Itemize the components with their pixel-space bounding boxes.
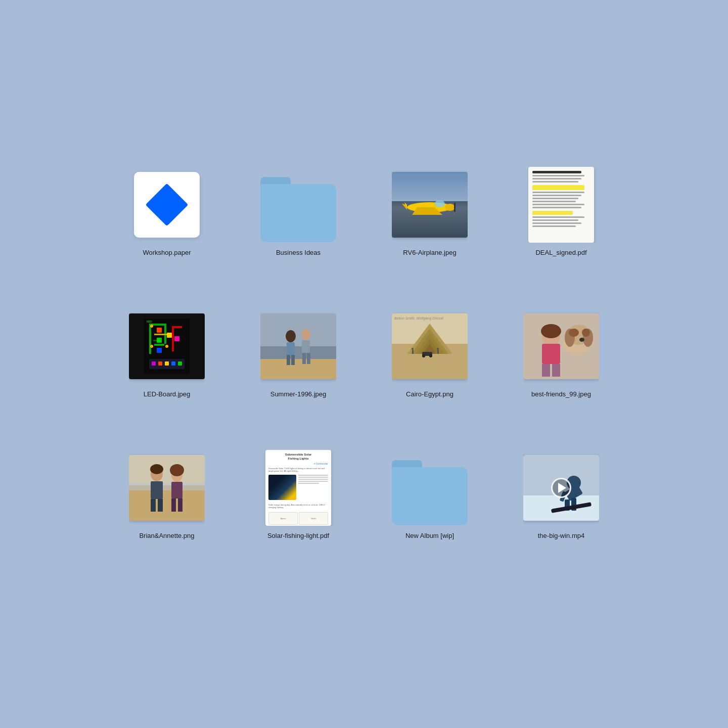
svg-rect-17	[157, 348, 162, 353]
file-thumbnail-deal	[523, 167, 599, 243]
pdf-deal	[528, 167, 594, 243]
file-label-led: LED-Board.jpeg	[144, 390, 191, 399]
file-label-bestfriends: best-friends_99.jpeg	[531, 390, 591, 399]
svg-point-54	[422, 354, 425, 357]
file-item-big-win[interactable]: the-big-win.mp4	[516, 450, 607, 561]
svg-rect-5	[454, 203, 456, 212]
svg-rect-19	[174, 336, 179, 341]
file-item-workshop[interactable]: Workshop.paper	[121, 167, 212, 278]
svg-rect-39	[302, 340, 310, 353]
svg-point-24	[165, 345, 168, 348]
svg-rect-72	[129, 455, 205, 485]
file-label-solar: Solar-fishing-light.pdf	[267, 532, 329, 540]
svg-rect-26	[152, 361, 156, 366]
svg-rect-37	[291, 355, 295, 365]
file-item-brian[interactable]: Brian&Annette.png	[121, 450, 212, 561]
file-thumbnail-led: NED GREEN	[129, 308, 205, 384]
file-item-cairo[interactable]: Belton Smith, Wolfgang Densel Cairo-Egyp…	[384, 308, 475, 420]
svg-point-23	[150, 345, 153, 348]
svg-rect-59	[542, 344, 560, 364]
svg-rect-30	[178, 361, 182, 366]
svg-rect-76	[151, 481, 163, 499]
file-label-big-win: the-big-win.mp4	[538, 532, 585, 540]
file-thumbnail-bestfriends	[523, 308, 599, 384]
svg-point-34	[286, 330, 296, 342]
svg-rect-81	[171, 482, 183, 498]
svg-point-38	[301, 329, 310, 340]
image-summer	[260, 313, 336, 379]
svg-rect-36	[287, 355, 290, 365]
svg-text:GREEN: GREEN	[153, 339, 160, 342]
svg-rect-78	[158, 499, 163, 512]
file-item-new-album[interactable]: New Album [wip]	[384, 450, 475, 561]
image-brian	[129, 455, 205, 521]
file-item-solar[interactable]: Submersible SolarFishing Lights ☀ Somaso…	[253, 450, 344, 561]
svg-rect-61	[552, 364, 560, 377]
image-big-win	[523, 455, 599, 521]
file-grid: Workshop.paper Business Ideas	[101, 147, 627, 581]
file-label-workshop: Workshop.paper	[143, 249, 191, 257]
svg-point-6	[435, 200, 445, 207]
folder-icon-new-album	[392, 460, 468, 526]
svg-rect-11	[154, 344, 164, 346]
image-cairo: Belton Smith, Wolfgang Densel	[392, 313, 468, 379]
svg-text:Belton Smith, Wolfgang Densel: Belton Smith, Wolfgang Densel	[394, 316, 443, 321]
video-play-button[interactable]	[551, 478, 571, 498]
svg-rect-41	[307, 353, 310, 364]
svg-rect-28	[165, 361, 169, 366]
svg-point-79	[150, 464, 163, 474]
image-rv6	[392, 172, 468, 238]
svg-rect-77	[151, 499, 156, 512]
file-item-rv6[interactable]: RV6-Airplane.jpeg	[384, 167, 475, 278]
file-item-led[interactable]: NED GREEN LE	[121, 308, 212, 420]
file-thumbnail-summer	[260, 308, 336, 384]
file-label-brian: Brian&Annette.png	[139, 532, 194, 540]
file-thumbnail-brian	[129, 450, 205, 526]
svg-rect-29	[171, 361, 175, 366]
svg-rect-82	[171, 498, 176, 512]
svg-point-71	[582, 329, 590, 337]
svg-point-4	[445, 204, 455, 211]
file-label-deal: DEAL_signed.pdf	[535, 249, 586, 257]
image-led: NED GREEN	[129, 313, 205, 379]
svg-rect-33	[260, 359, 336, 379]
svg-rect-15	[157, 328, 162, 333]
file-label-business-ideas: Business Ideas	[276, 249, 321, 257]
svg-rect-49	[412, 350, 414, 354]
file-thumbnail-big-win	[523, 450, 599, 526]
file-item-bestfriends[interactable]: best-friends_99.jpeg	[516, 308, 607, 420]
file-item-business-ideas[interactable]: Business Ideas	[253, 167, 344, 278]
svg-rect-35	[287, 342, 295, 355]
file-thumbnail-new-album	[392, 450, 468, 526]
file-thumbnail-solar: Submersible SolarFishing Lights ☀ Somaso…	[260, 450, 336, 526]
dropbox-icon	[146, 184, 189, 226]
file-thumbnail-workshop	[129, 167, 205, 243]
svg-rect-60	[542, 364, 550, 377]
svg-point-52	[437, 348, 439, 350]
svg-rect-74	[129, 483, 205, 490]
svg-point-50	[412, 348, 414, 350]
svg-rect-27	[158, 361, 162, 366]
svg-rect-18	[167, 333, 172, 338]
file-thumbnail-rv6	[392, 167, 468, 243]
file-item-summer[interactable]: Summer-1996.jpeg	[253, 308, 344, 420]
pdf-solar: Submersible SolarFishing Lights ☀ Somaso…	[265, 450, 331, 526]
svg-rect-13	[172, 326, 182, 328]
file-item-deal[interactable]: DEAL_signed.pdf	[516, 167, 607, 278]
svg-point-62	[541, 324, 561, 338]
svg-point-67	[579, 338, 584, 342]
image-bestfriends	[523, 313, 599, 379]
svg-point-84	[170, 464, 184, 476]
file-thumbnail-cairo: Belton Smith, Wolfgang Densel	[392, 308, 468, 384]
file-thumbnail-business-ideas	[260, 167, 336, 243]
svg-rect-83	[178, 498, 183, 512]
file-label-new-album: New Album [wip]	[405, 532, 454, 540]
desktop: Workshop.paper Business Ideas	[0, 0, 728, 728]
file-label-summer: Summer-1996.jpeg	[270, 390, 327, 399]
folder-icon-business-ideas	[260, 177, 336, 243]
svg-rect-12	[172, 326, 174, 351]
svg-rect-40	[302, 353, 306, 364]
svg-rect-51	[437, 350, 439, 354]
svg-point-22	[150, 325, 153, 328]
svg-point-70	[569, 329, 579, 337]
